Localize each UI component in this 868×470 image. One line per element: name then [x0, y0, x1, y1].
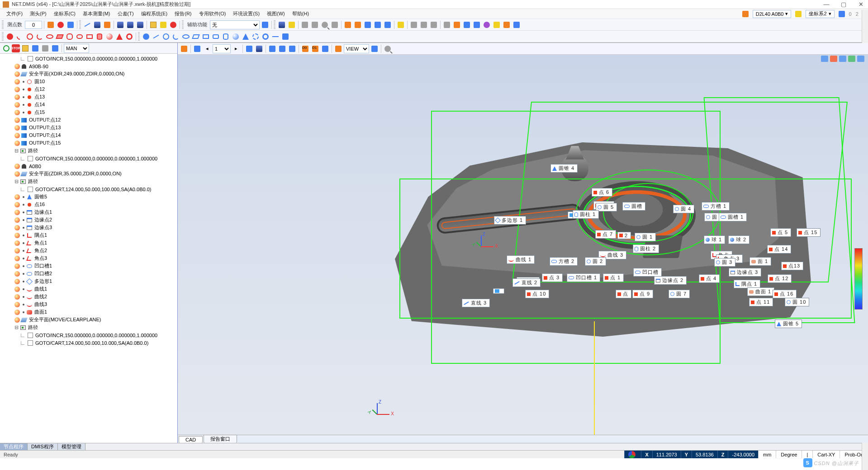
feature-label[interactable]: 圆 10 — [785, 298, 809, 306]
menu-专用软件(O)[interactable]: 专用软件(O) — [195, 9, 230, 18]
red-sphere-tool[interactable] — [105, 32, 114, 41]
tree-row[interactable]: 角点1 — [0, 239, 177, 247]
blue-torus-tool[interactable] — [261, 32, 270, 41]
bulb-icon[interactable] — [14, 271, 20, 277]
bulb-icon[interactable] — [14, 164, 20, 169]
vp-save2-icon[interactable] — [370, 44, 379, 53]
tb1-l3[interactable] — [512, 20, 521, 29]
bulb-icon[interactable] — [14, 118, 20, 123]
tb1-sel3[interactable] — [429, 20, 438, 29]
bulb-icon[interactable] — [14, 217, 20, 223]
tb1-rot-icon[interactable] — [310, 20, 319, 29]
feature-label[interactable]: 圆 3 — [714, 258, 735, 267]
tree-row[interactable]: 边缘点1 — [0, 208, 177, 216]
tree-row[interactable]: 圆锥5 — [0, 193, 177, 201]
bulb-icon[interactable] — [14, 79, 20, 85]
vp-next-icon[interactable]: ▸ — [232, 44, 241, 53]
feature-label[interactable]: 方槽 2 — [550, 257, 578, 266]
vp-prev-icon[interactable]: ◂ — [203, 44, 212, 53]
feature-label[interactable]: 直线 3 — [462, 299, 490, 307]
crd-icon[interactable] — [794, 9, 803, 19]
tb1-box2-icon[interactable] — [126, 20, 135, 29]
bulb-icon[interactable] — [14, 233, 20, 238]
vp-d1[interactable]: D1 — [311, 44, 320, 53]
feature-label[interactable]: 圆柱 2 — [633, 244, 659, 253]
blue-cyl-tool[interactable] — [221, 32, 230, 41]
tb1-zigzag-icon[interactable] — [83, 20, 92, 29]
tree-row[interactable]: 圆10 — [0, 78, 177, 85]
bulb-icon[interactable] — [14, 71, 20, 77]
menu-基本测量(M)[interactable]: 基本测量(M) — [79, 9, 114, 18]
tb1-l2[interactable] — [502, 20, 511, 29]
bulb-icon[interactable] — [14, 248, 20, 254]
tb1-arr1[interactable] — [442, 20, 451, 29]
red-arc-tool[interactable] — [35, 32, 44, 41]
tb1-win1[interactable] — [462, 20, 471, 29]
feature-label[interactable]: 凹口槽 — [633, 268, 662, 277]
menu-环境设置(S)[interactable]: 环境设置(S) — [229, 9, 263, 18]
tree-row[interactable]: GOTO/INCR,150.000000,0.000000,0.000000,1… — [0, 155, 177, 162]
feature-label[interactable]: 圆 4 — [673, 205, 694, 213]
feature-label[interactable]: 边缘点 3 — [729, 268, 761, 277]
tb1-btn-1[interactable] — [46, 20, 55, 29]
float-icon-3[interactable] — [839, 56, 846, 62]
tree-tool-4[interactable] — [31, 44, 40, 53]
tb1-sel2[interactable] — [419, 20, 428, 29]
menu-文件(F)[interactable]: 文件(F) — [3, 9, 26, 18]
vp-tab-报告窗口[interactable]: 报告窗口 — [204, 435, 237, 443]
tb1-win3[interactable] — [482, 20, 491, 29]
vp-num-select[interactable]: 1 — [213, 44, 231, 53]
vp-grid-icon[interactable] — [288, 44, 297, 53]
crd-combo[interactable]: 坐标系2▾ — [806, 10, 834, 18]
tb1-aux-btn[interactable] — [261, 20, 270, 29]
tb1-btn-3[interactable] — [66, 20, 75, 29]
bulb-icon[interactable] — [14, 263, 20, 269]
feature-label[interactable]: 曲线 1 — [507, 255, 535, 264]
feature-label[interactable]: 凹口槽 1 — [567, 273, 600, 282]
tb1-p1[interactable] — [343, 20, 352, 29]
blue-arc-tool[interactable] — [171, 32, 180, 41]
feature-label[interactable]: 点 10 — [525, 290, 549, 298]
bulb-icon[interactable] — [14, 110, 20, 115]
feature-label[interactable]: 方槽 1 — [702, 202, 730, 211]
feature-label[interactable]: 点 — [616, 290, 631, 298]
tb1-btn-2[interactable] — [56, 20, 65, 29]
vp-tab-CAD[interactable]: CAD — [179, 436, 203, 443]
bulb-icon[interactable] — [14, 310, 20, 315]
bulb-icon[interactable] — [14, 302, 20, 307]
feature-label[interactable]: 圆柱 1 — [573, 210, 599, 219]
red-cyl-tool[interactable] — [95, 32, 104, 41]
tree-row[interactable]: GOTO/CART,124.000,50.000,10.000,SA(A0.0B… — [0, 339, 177, 347]
feature-label[interactable]: 点13 — [781, 262, 803, 270]
tb1-box3-icon[interactable] — [136, 20, 145, 29]
tb1-arr2[interactable] — [452, 20, 461, 29]
bulb-icon[interactable] — [14, 87, 20, 92]
feature-label[interactable]: 多边形 1 — [494, 216, 526, 225]
feature-label[interactable]: 曲面 1 — [747, 287, 774, 296]
tree-row[interactable]: 安全平面(XDIR,249.0000,ZDIR,0.0000,ON) — [0, 70, 177, 78]
prog-tab-DMIS程序[interactable]: DMIS程序 — [28, 443, 58, 450]
vp-d0[interactable]: D0 — [301, 44, 310, 53]
bulb-icon[interactable] — [14, 202, 20, 207]
expand-icon[interactable]: ⊟ — [14, 179, 20, 184]
tb1-fit-icon[interactable] — [330, 20, 339, 29]
vp-btn-1[interactable] — [180, 44, 189, 53]
tree-row[interactable]: 点12 — [0, 85, 177, 93]
tree-row[interactable]: A0B0 — [0, 162, 177, 170]
program-tree[interactable]: GOTO/INCR,150.000000,0.000000,0.000000,1… — [0, 54, 177, 443]
tb1-axis-icon[interactable] — [103, 20, 112, 29]
menu-测头(P)[interactable]: 测头(P) — [26, 9, 50, 18]
menu-坐标系(C)[interactable]: 坐标系(C) — [50, 9, 79, 18]
tb1-warn-icon[interactable] — [159, 20, 168, 29]
tree-row[interactable]: GOTO/INCR,150.000000,0.000000,0.000000,1… — [0, 331, 177, 339]
bulb-icon[interactable] — [14, 64, 20, 69]
bulb-icon[interactable] — [14, 141, 20, 146]
tb1-g2[interactable] — [287, 20, 296, 29]
feature-label[interactable]: 边缘点 2 — [654, 276, 687, 285]
red-torus-tool[interactable] — [125, 32, 134, 41]
tree-row[interactable]: GOTO/INCR,150.000000,0.000000,0.000000,1… — [0, 55, 177, 62]
bulb-icon[interactable] — [14, 171, 20, 177]
tree-row[interactable]: OUTPUT:点13 — [0, 124, 177, 132]
tree-row[interactable]: 安全平面(MOVE/CLEARPLANE) — [0, 316, 177, 324]
aux-select[interactable]: 无 — [210, 20, 260, 29]
